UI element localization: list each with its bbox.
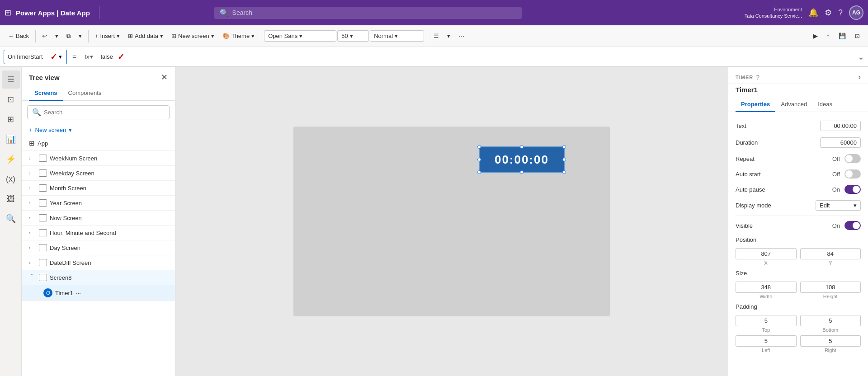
prop-row-duration: Duration bbox=[728, 134, 868, 151]
padding-bottom-group: Bottom bbox=[800, 315, 861, 333]
toolbar-sep-3 bbox=[261, 30, 261, 42]
search-input[interactable] bbox=[232, 9, 516, 16]
item-label: Year Screen bbox=[50, 200, 159, 207]
timer-element[interactable]: 00:00:00 bbox=[479, 146, 565, 173]
props-expand-icon[interactable]: › bbox=[858, 72, 861, 82]
expand-button[interactable]: ⊡ bbox=[851, 31, 863, 41]
visible-toggle[interactable] bbox=[844, 221, 861, 230]
data-icon[interactable]: ⊞ bbox=[2, 110, 20, 128]
list-item-hms[interactable]: › Hour, Minute and Second ··· bbox=[22, 226, 175, 240]
notifications-button[interactable]: 🔔 bbox=[808, 8, 818, 18]
formula-expand-icon[interactable]: ⌄ bbox=[858, 52, 864, 62]
repeat-toggle-label: Off bbox=[832, 155, 840, 162]
settings-button[interactable]: ⚙ bbox=[825, 8, 832, 18]
expand-arrow-icon: › bbox=[29, 245, 36, 250]
list-item-year[interactable]: › Year Screen ··· bbox=[22, 196, 175, 211]
property-input[interactable] bbox=[8, 53, 48, 60]
list-item-timer1[interactable]: ⏱ Timer1 ··· bbox=[22, 285, 175, 301]
copy-button[interactable]: ⧉ bbox=[63, 31, 74, 42]
selection-handle-mr bbox=[562, 158, 566, 161]
tab-components[interactable]: Components bbox=[63, 86, 107, 101]
tree-search-input[interactable] bbox=[44, 109, 165, 116]
expand-arrow-icon: › bbox=[29, 185, 36, 191]
padding-left-input[interactable] bbox=[736, 335, 797, 347]
property-selector[interactable]: ✓ ▾ bbox=[4, 50, 67, 64]
fx-button[interactable]: fx ▾ bbox=[82, 52, 96, 62]
tree-close-button[interactable]: ✕ bbox=[161, 72, 168, 82]
list-item-weekday[interactable]: › Weekday Screen ··· bbox=[22, 166, 175, 181]
app-item[interactable]: ⊞ App bbox=[22, 136, 175, 151]
list-item-screen8[interactable]: › Screen8 ··· bbox=[22, 270, 175, 285]
save-button[interactable]: 💾 bbox=[835, 31, 849, 41]
size-height-input[interactable] bbox=[800, 282, 861, 293]
displaymode-dropdown[interactable]: Edit ▾ bbox=[816, 200, 861, 211]
list-item-weeknum[interactable]: › WeekNum Screen ··· bbox=[22, 151, 175, 166]
align-button[interactable]: ☰ bbox=[430, 31, 443, 41]
publish-button[interactable]: ↑ bbox=[823, 31, 834, 41]
prop-input-duration[interactable] bbox=[820, 137, 861, 148]
chevron-down-icon: ▾ bbox=[55, 33, 58, 39]
treeview-toggle-icon[interactable]: ☰ bbox=[2, 70, 20, 89]
autopause-toggle[interactable] bbox=[844, 185, 861, 194]
props-body: Text Duration Repeat Off bbox=[728, 112, 868, 376]
repeat-toggle[interactable] bbox=[844, 154, 861, 163]
layers-icon[interactable]: ⊡ bbox=[2, 90, 20, 108]
prop-label-autopause: Auto pause bbox=[736, 186, 785, 193]
autostart-toggle[interactable] bbox=[844, 169, 861, 179]
add-data-button[interactable]: ⊞ Add data ▾ bbox=[124, 31, 167, 41]
list-item-now[interactable]: › Now Screen ··· bbox=[22, 211, 175, 226]
formula-checkmark-icon[interactable]: ✓ bbox=[50, 52, 57, 62]
tab-screens[interactable]: Screens bbox=[29, 86, 63, 101]
item-more-icon[interactable]: ··· bbox=[76, 290, 81, 296]
canvas-frame[interactable]: 00:00:00 bbox=[293, 127, 610, 316]
analytics-icon[interactable]: 📊 bbox=[2, 130, 20, 148]
copy-dropdown-button[interactable]: ▾ bbox=[75, 31, 85, 41]
search-side-icon[interactable]: 🔍 bbox=[2, 210, 20, 228]
item-label: Hour, Minute and Second bbox=[50, 230, 159, 236]
play-preview-button[interactable]: ▶ bbox=[810, 31, 821, 41]
avatar[interactable]: AG bbox=[849, 5, 863, 20]
media-icon[interactable]: 🖼 bbox=[2, 190, 20, 208]
tree-search-box[interactable]: 🔍 bbox=[27, 105, 170, 119]
screen-thumbnail-icon bbox=[39, 229, 47, 236]
list-item-day[interactable]: › Day Screen ··· bbox=[22, 240, 175, 255]
size-h-group: Height bbox=[800, 282, 861, 299]
size-w-group: Width bbox=[736, 282, 797, 299]
new-screen-tree-button[interactable]: + New screen ▾ bbox=[22, 124, 175, 136]
size-width-input[interactable] bbox=[736, 282, 797, 293]
padding-top-input[interactable] bbox=[736, 315, 797, 326]
tab-advanced[interactable]: Advanced bbox=[775, 97, 812, 112]
undo-button[interactable]: ↩ bbox=[38, 31, 51, 41]
insert-button[interactable]: + Insert ▾ bbox=[91, 31, 123, 41]
align-dropdown-button[interactable]: ▾ bbox=[443, 31, 454, 41]
font-style-dropdown[interactable]: Normal ▾ bbox=[370, 30, 424, 42]
position-x-input[interactable] bbox=[736, 248, 797, 259]
topbar-search-box[interactable]: 🔍 bbox=[214, 7, 522, 19]
apps-grid-icon[interactable]: ⊞ bbox=[5, 8, 11, 18]
help-button[interactable]: ? bbox=[838, 8, 843, 18]
list-item-month[interactable]: › Month Screen ··· bbox=[22, 181, 175, 196]
props-help-icon[interactable]: ? bbox=[756, 74, 760, 81]
more-options-button[interactable]: ··· bbox=[455, 30, 468, 42]
variables-icon[interactable]: (x) bbox=[2, 170, 20, 188]
font-dropdown[interactable]: Open Sans ▾ bbox=[264, 30, 336, 42]
formula-confirm-icon[interactable]: ✓ bbox=[118, 52, 124, 62]
prop-input-text[interactable] bbox=[820, 121, 861, 131]
theme-button[interactable]: 🎨 Theme ▾ bbox=[219, 31, 258, 41]
padding-bottom-input[interactable] bbox=[800, 315, 861, 326]
tree-header: Tree view ✕ bbox=[22, 67, 175, 86]
font-size-dropdown[interactable]: 50 ▾ bbox=[337, 30, 369, 42]
position-y-input[interactable] bbox=[800, 248, 861, 259]
list-item-datediff[interactable]: › DateDiff Screen ··· bbox=[22, 255, 175, 270]
tab-ideas[interactable]: Ideas bbox=[812, 97, 838, 112]
tree-title: Tree view bbox=[29, 74, 60, 81]
property-chevron-icon[interactable]: ▾ bbox=[59, 53, 62, 60]
tab-properties[interactable]: Properties bbox=[736, 97, 775, 112]
props-component-name: Timer1 bbox=[728, 84, 868, 97]
position-x-group: X bbox=[736, 248, 797, 266]
back-button[interactable]: ← Back bbox=[5, 31, 33, 41]
padding-right-input[interactable] bbox=[800, 335, 861, 347]
new-screen-button[interactable]: ⊞ New screen ▾ bbox=[168, 31, 218, 41]
undo-dropdown-button[interactable]: ▾ bbox=[52, 31, 62, 41]
connections-icon[interactable]: ⚡ bbox=[2, 150, 20, 168]
